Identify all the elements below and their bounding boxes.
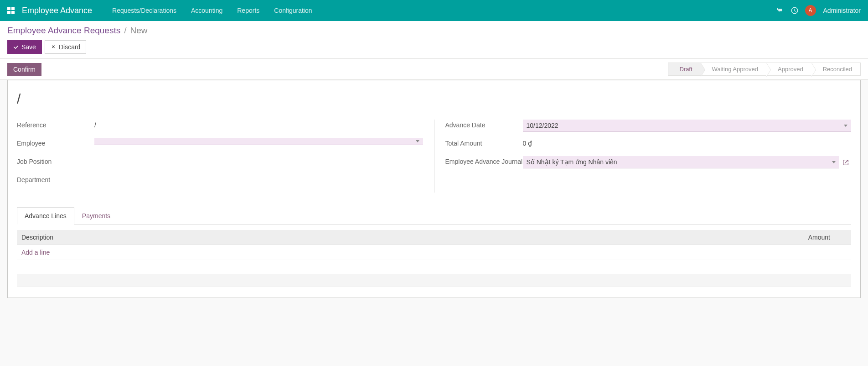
row-employee: Employee (17, 138, 423, 151)
advancedate-value: 10/12/2022 (527, 122, 558, 129)
navbar-menu: Requests/Declarations Accounting Reports… (105, 0, 319, 21)
save-button[interactable]: Save (7, 40, 42, 54)
menu-configuration[interactable]: Configuration (267, 0, 319, 21)
tabs: Advance Lines Payments Description Amoun… (17, 207, 851, 287)
statusbar-row: Confirm Draft Waiting Approved Approved … (0, 59, 868, 80)
table-row: Add a line (17, 245, 851, 260)
tab-headers: Advance Lines Payments (17, 207, 851, 225)
table-footer-spacer (17, 274, 851, 287)
statusbar: Draft Waiting Approved Approved Reconcil… (668, 63, 861, 76)
value-jobposition (94, 156, 423, 160)
status-reconciled[interactable]: Reconciled (812, 63, 861, 76)
tab-payments[interactable]: Payments (74, 207, 118, 225)
advancedate-field[interactable]: 10/12/2022 (523, 120, 852, 132)
advance-lines-table: Description Amount Add a line (17, 230, 851, 260)
value-totalamount: 0 ₫ (523, 138, 852, 149)
label-reference: Reference (17, 120, 94, 129)
label-jobposition: Job Position (17, 156, 94, 165)
tab-content: Description Amount Add a line (17, 225, 851, 287)
value-department (94, 174, 423, 178)
status-waiting-approved[interactable]: Waiting Approved (701, 63, 767, 76)
save-button-label: Save (21, 43, 36, 51)
chevron-down-icon (844, 125, 847, 127)
row-reference: Reference / (17, 120, 423, 132)
journal-value: Sổ Nhật ký Tạm ứng Nhân viên (527, 158, 617, 166)
form-col-left: Reference / Employee Job Position (17, 120, 434, 193)
menu-accounting[interactable]: Accounting (184, 0, 230, 21)
avatar[interactable]: A (805, 5, 816, 16)
tab-advance-lines[interactable]: Advance Lines (17, 207, 74, 225)
value-reference: / (94, 120, 423, 131)
discard-button[interactable]: Discard (45, 40, 86, 54)
user-name[interactable]: Administrator (823, 7, 861, 14)
col-amount: Amount (780, 230, 835, 245)
confirm-button[interactable]: Confirm (7, 63, 41, 76)
clock-icon[interactable] (790, 6, 799, 15)
menu-reports[interactable]: Reports (230, 0, 267, 21)
chevron-down-icon (832, 161, 836, 163)
label-employee: Employee (17, 138, 94, 147)
breadcrumb-separator: / (124, 26, 126, 36)
chat-icon[interactable] (776, 6, 784, 15)
label-department: Department (17, 174, 94, 183)
row-jobposition: Job Position (17, 156, 423, 169)
cp-buttons: Save Discard (7, 40, 861, 58)
form-columns: Reference / Employee Job Position (17, 120, 851, 193)
chevron-down-icon (416, 140, 419, 142)
label-totalamount: Total Amount (445, 138, 523, 147)
row-department: Department (17, 174, 423, 187)
label-advancedate: Advance Date (445, 120, 523, 129)
add-line-link[interactable]: Add a line (21, 249, 50, 256)
row-journal: Employee Advance Journal Sổ Nhật ký Tạm … (445, 156, 852, 169)
status-approved[interactable]: Approved (767, 63, 812, 76)
breadcrumb: Employee Advance Requests / New (7, 26, 861, 36)
menu-requests-declarations[interactable]: Requests/Declarations (105, 0, 184, 21)
breadcrumb-current: New (130, 26, 148, 36)
discard-button-label: Discard (59, 43, 80, 51)
app-brand[interactable]: Employee Advance (22, 6, 92, 16)
form-col-right: Advance Date 10/12/2022 Total Amount 0 ₫… (434, 120, 852, 193)
page-title: / (17, 91, 851, 107)
employee-field[interactable] (94, 138, 423, 145)
top-navbar: Employee Advance Requests/Declarations A… (0, 0, 868, 21)
col-description: Description (17, 230, 780, 245)
navbar-right: A Administrator (776, 5, 861, 16)
col-actions (835, 230, 851, 245)
breadcrumb-parent[interactable]: Employee Advance Requests (7, 26, 120, 36)
journal-field[interactable]: Sổ Nhật ký Tạm ứng Nhân viên (523, 156, 840, 168)
external-link-icon[interactable] (841, 158, 850, 167)
close-icon (51, 44, 56, 50)
check-icon (13, 44, 19, 50)
label-journal: Employee Advance Journal (445, 156, 523, 165)
form-sheet: / Reference / Employee (7, 80, 861, 298)
row-advancedate: Advance Date 10/12/2022 (445, 120, 852, 132)
status-draft[interactable]: Draft (668, 63, 701, 76)
apps-icon[interactable] (7, 7, 15, 14)
sheet-bg: / Reference / Employee (0, 80, 868, 305)
row-totalamount: Total Amount 0 ₫ (445, 138, 852, 151)
control-panel: Employee Advance Requests / New Save Dis… (0, 21, 868, 59)
